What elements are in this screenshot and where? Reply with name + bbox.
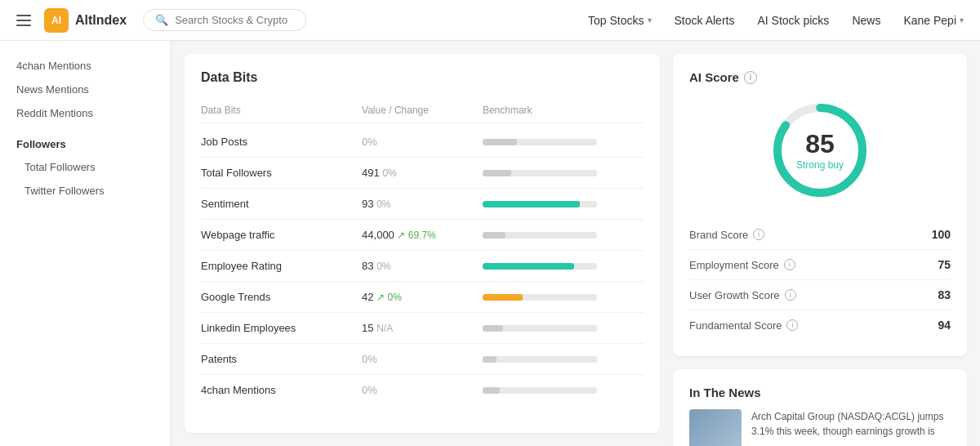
- user-name: Kane Pepi: [903, 14, 956, 27]
- row-value: 15 N/A: [362, 322, 483, 334]
- data-bits-card: Data Bits Data Bits Value / Change Bench…: [185, 54, 660, 433]
- search-input[interactable]: [175, 14, 294, 26]
- row-label: Employee Rating: [201, 260, 362, 272]
- fundamental-score-value: 94: [938, 319, 951, 332]
- nav-ai-stock-picks-label: AI Stock picks: [757, 14, 829, 27]
- search-icon: 🔍: [155, 14, 168, 26]
- user-menu[interactable]: Kane Pepi ▾: [903, 14, 964, 27]
- nav-top-stocks-label: Top Stocks: [588, 14, 644, 27]
- table-row: Google Trends 42 ↗ 0%: [201, 282, 644, 313]
- row-value: 0%: [362, 384, 483, 396]
- benchmark-bar: [483, 356, 597, 363]
- table-row: Total Followers 491 0%: [201, 158, 644, 189]
- employment-score-row: Employment Score i 75: [689, 250, 951, 280]
- table-row: Patents 0%: [201, 344, 644, 375]
- sidebar-item-4chan-mentions[interactable]: 4chan Mentions: [0, 54, 171, 78]
- ai-score-value: 85: [805, 130, 835, 158]
- ai-score-label: Strong buy: [796, 159, 844, 171]
- row-label: Sentiment: [201, 198, 362, 210]
- nav-ai-stock-picks[interactable]: AI Stock picks: [757, 14, 829, 27]
- sidebar: 4chan Mentions News Mentions Reddit Ment…: [0, 41, 172, 446]
- ai-score-title: AI Score: [689, 70, 739, 84]
- data-bits-title: Data Bits: [201, 70, 644, 85]
- logo-icon: AI: [44, 8, 69, 33]
- main-nav: Top Stocks ▾ Stock Alerts AI Stock picks…: [588, 14, 964, 27]
- brand-score-label: Brand Score i: [689, 229, 764, 241]
- news-text: Arch Capital Group (NASDAQ:ACGL) jumps 3…: [751, 409, 951, 439]
- ai-score-card: AI Score i 85 Strong buy: [673, 54, 967, 356]
- col-header-benchmark: Benchmark: [483, 105, 644, 116]
- table-row: 4chan Mentions 0%: [201, 375, 644, 405]
- info-icon[interactable]: i: [784, 259, 795, 270]
- donut-container: 85 Strong buy: [689, 97, 951, 203]
- brand-score-value: 100: [932, 228, 951, 241]
- user-growth-score-row: User Growth Score i 83: [689, 280, 951, 310]
- row-value: 42 ↗ 0%: [362, 291, 483, 303]
- sidebar-item-reddit-mentions[interactable]: Reddit Mentions: [0, 101, 171, 125]
- benchmark-bar: [483, 263, 597, 270]
- chevron-down-icon: ▾: [648, 16, 652, 25]
- info-icon[interactable]: i: [744, 71, 757, 84]
- main-content: Data Bits Data Bits Value / Change Bench…: [172, 41, 980, 446]
- logo[interactable]: AI AltIndex: [44, 8, 127, 33]
- nav-news-label: News: [852, 14, 880, 27]
- header: AI AltIndex 🔍 Top Stocks ▾ Stock Alerts …: [0, 0, 980, 41]
- donut-center-text: 85 Strong buy: [796, 130, 844, 170]
- user-growth-score-value: 83: [938, 288, 951, 301]
- row-label: Job Posts: [201, 136, 362, 148]
- right-panel: AI Score i 85 Strong buy: [673, 54, 967, 433]
- row-label: Patents: [201, 353, 362, 365]
- table-row: Sentiment 93 0%: [201, 189, 644, 220]
- row-label: Webpage traffic: [201, 229, 362, 241]
- sidebar-item-twitter-followers[interactable]: Twitter Followers: [0, 179, 171, 203]
- benchmark-bar: [483, 170, 597, 176]
- row-value: 83 0%: [362, 260, 483, 272]
- nav-news[interactable]: News: [852, 14, 880, 27]
- info-icon[interactable]: i: [753, 229, 764, 240]
- info-icon[interactable]: i: [785, 289, 796, 301]
- news-thumbnail: [689, 409, 742, 446]
- fundamental-score-row: Fundamental Score i 94: [689, 310, 951, 340]
- benchmark-bar: [483, 325, 597, 332]
- news-card: In The News Arch Capital Group (NASDAQ:A…: [673, 369, 967, 446]
- benchmark-bar: [483, 387, 597, 394]
- row-value: 93 0%: [362, 198, 483, 210]
- news-title: In The News: [689, 386, 951, 399]
- row-label: Linkedin Employees: [201, 322, 362, 334]
- col-header-value: Value / Change: [362, 105, 483, 116]
- nav-stock-alerts[interactable]: Stock Alerts: [675, 14, 735, 27]
- info-icon[interactable]: i: [786, 319, 798, 331]
- employment-score-value: 75: [938, 258, 951, 271]
- body-layout: 4chan Mentions News Mentions Reddit Ment…: [0, 41, 980, 446]
- row-value: 44,000 ↗ 69.7%: [362, 229, 483, 241]
- sidebar-item-total-followers[interactable]: Total Followers: [0, 155, 171, 179]
- benchmark-bar: [483, 201, 597, 207]
- row-value: 0%: [362, 353, 483, 365]
- table-header: Data Bits Value / Change Benchmark: [201, 98, 644, 123]
- employment-score-label: Employment Score i: [689, 259, 795, 271]
- search-box[interactable]: 🔍: [143, 9, 306, 31]
- benchmark-bar: [483, 294, 597, 301]
- row-label: 4chan Mentions: [201, 384, 362, 396]
- col-header-bits: Data Bits: [201, 105, 362, 116]
- news-item[interactable]: Arch Capital Group (NASDAQ:ACGL) jumps 3…: [689, 409, 951, 446]
- row-value: 0%: [362, 136, 483, 148]
- table-row: Employee Rating 83 0%: [201, 251, 644, 282]
- nav-stock-alerts-label: Stock Alerts: [675, 14, 735, 27]
- row-label: Google Trends: [201, 291, 362, 303]
- row-label: Total Followers: [201, 167, 362, 179]
- hamburger-button[interactable]: [16, 15, 31, 26]
- benchmark-bar: [483, 232, 597, 239]
- user-growth-score-label: User Growth Score i: [689, 289, 796, 301]
- sidebar-section-followers: Followers: [0, 130, 171, 155]
- table-row: Linkedin Employees 15 N/A: [201, 313, 644, 344]
- table-row: Job Posts 0%: [201, 127, 644, 158]
- benchmark-bar: [483, 139, 597, 145]
- row-value: 491 0%: [362, 167, 483, 179]
- ai-score-header: AI Score i: [689, 70, 951, 84]
- sidebar-item-news-mentions[interactable]: News Mentions: [0, 78, 171, 101]
- table-row: Webpage traffic 44,000 ↗ 69.7%: [201, 220, 644, 251]
- user-chevron-icon: ▾: [960, 16, 964, 25]
- nav-top-stocks[interactable]: Top Stocks ▾: [588, 14, 651, 27]
- brand-score-row: Brand Score i 100: [689, 220, 951, 250]
